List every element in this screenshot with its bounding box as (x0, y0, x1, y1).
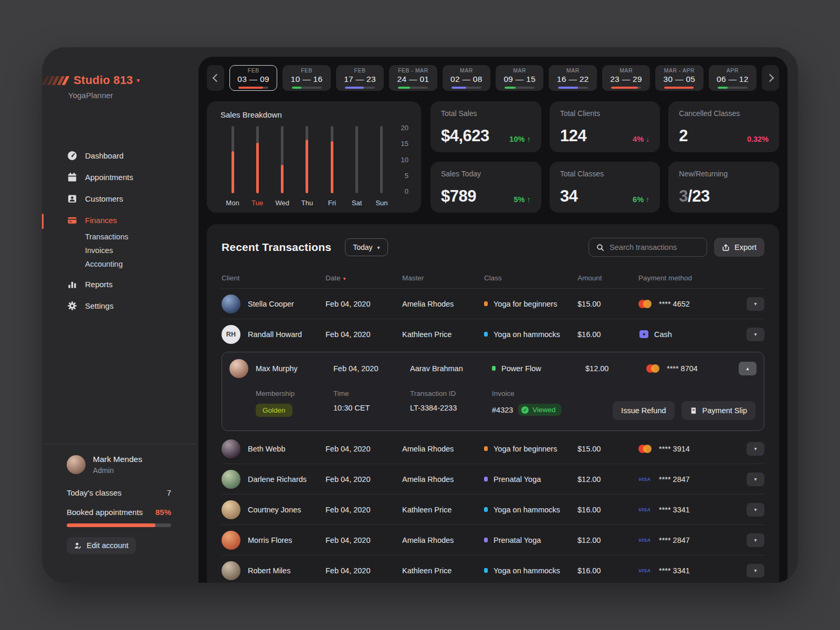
transactions-filter-dropdown[interactable]: Today ▾ (345, 238, 387, 256)
payment-method-cell: **** 8704 (646, 364, 736, 373)
tab-month: MAR - APR (664, 67, 695, 74)
chart-title: Sales Breakdown (220, 110, 408, 119)
stat-value: $789 (441, 187, 476, 206)
transaction-id-value: LT-3384-2233 (410, 404, 492, 412)
date-tab[interactable]: APR 06 — 12 (709, 65, 757, 91)
class-color-dot (484, 301, 488, 306)
membership-label: Membership (256, 390, 333, 397)
stat-card: Cancelled Classes 2 0.32% (668, 101, 779, 152)
caret-down-icon[interactable]: ▾ (747, 564, 764, 578)
issue-refund-button[interactable]: Issue Refund (613, 401, 674, 420)
column-header[interactable]: Master (402, 274, 484, 282)
sidebar-item-reports[interactable]: Reports (42, 274, 195, 295)
table-row[interactable]: Darlene Richards Feb 04, 2020 Amelia Rho… (222, 464, 764, 494)
caret-down-icon[interactable]: ▾ (747, 297, 764, 311)
table-row[interactable]: Robert Miles Feb 04, 2020 Kathleen Price… (222, 555, 764, 583)
date-tab[interactable]: MAR - APR 30 — 05 (655, 65, 703, 91)
date-tab[interactable]: MAR 09 — 15 (496, 65, 543, 91)
chevron-right-icon (765, 74, 774, 82)
class-name: Prenatal Yoga (494, 475, 541, 484)
transaction-date: Feb 04, 2020 (333, 364, 410, 373)
sidebar-item-customers[interactable]: Customers (42, 188, 195, 209)
stat-card: New/Returning 3/23 (668, 162, 779, 213)
bar-fill (306, 140, 308, 193)
caret-down-icon[interactable]: ▾ (747, 472, 764, 486)
stat-value: $4,623 (441, 127, 489, 145)
bar-fill (256, 143, 259, 193)
sidebar-item-label: Reports (85, 280, 113, 289)
table-row[interactable]: Stella Cooper Feb 04, 2020 Amelia Rhodes… (222, 288, 764, 319)
class-color-dot (484, 568, 488, 573)
booked-appointments-value: 85% (155, 508, 171, 517)
edit-account-button[interactable]: Edit account (67, 537, 136, 554)
date-tab-bar: FEB 03 — 09 FEB 10 — 16 FEB 17 — 23 (207, 65, 779, 91)
chart-bar: Fri (321, 126, 343, 207)
avatar (222, 295, 240, 313)
date-tab[interactable]: FEB 17 — 23 (336, 65, 384, 91)
content-panel: FEB 03 — 09 FEB 10 — 16 FEB 17 — 23 (198, 57, 788, 583)
caret-down-icon[interactable]: ▾ (747, 533, 764, 547)
sidebar-item-finances[interactable]: Finances (42, 209, 195, 231)
x-tick-label: Fri (328, 199, 336, 207)
nav-block: Settings (42, 295, 195, 317)
sidebar-subitem[interactable]: Transactions (85, 233, 195, 241)
table-row[interactable]: RH Randall Howard Feb 04, 2020 Kathleen … (222, 319, 764, 349)
table-row[interactable]: Beth Webb Feb 04, 2020 Amelia Rhodes Yog… (222, 434, 764, 464)
payment-icon: VISA (638, 566, 653, 575)
column-header[interactable]: Payment method (638, 274, 743, 282)
class-name: Power Flow (501, 364, 541, 373)
table-row[interactable]: Morris Flores Feb 04, 2020 Amelia Rhodes… (222, 524, 764, 555)
column-header[interactable]: Amount (578, 274, 638, 282)
table-row[interactable]: Courtney Jones Feb 04, 2020 Kathleen Pri… (222, 494, 764, 524)
bar-track (256, 126, 259, 193)
prev-week-button[interactable] (207, 65, 224, 91)
payment-slip-button[interactable]: Payment Slip (681, 401, 755, 420)
stat-delta: 10% ↑ (509, 135, 530, 145)
table-header: Client Date▾ Master Class Amount Payment… (222, 274, 764, 282)
studio-logo-icon (44, 76, 67, 85)
column-header[interactable]: Date▾ (326, 274, 402, 282)
settings-icon (67, 301, 77, 311)
date-tab[interactable]: MAR 02 — 08 (443, 65, 490, 91)
tab-month: MAR (566, 67, 580, 74)
next-week-button[interactable] (762, 65, 779, 91)
caret-down-icon[interactable]: ▾ (747, 442, 764, 456)
sidebar-nav: Dashboard Appointments Customers (42, 145, 195, 317)
column-header[interactable]: Class (484, 274, 578, 282)
column-header[interactable]: Client (222, 274, 326, 282)
date-tab[interactable]: MAR 23 — 29 (602, 65, 650, 91)
search-icon (596, 244, 604, 251)
export-button[interactable]: Export (714, 238, 764, 257)
date-tab[interactable]: FEB 10 — 16 (282, 65, 330, 91)
date-tab[interactable]: FEB 03 — 09 (229, 65, 277, 91)
delta-arrow-icon: ↑ (527, 135, 530, 143)
sidebar-item-settings[interactable]: Settings (42, 295, 195, 317)
sidebar-subitem[interactable]: Accounting (85, 260, 195, 268)
transaction-id-label: Transaction ID (410, 390, 492, 397)
date-tab[interactable]: FEB - MAR 24 — 01 (389, 65, 437, 91)
stat-label: Total Sales (441, 109, 531, 118)
sidebar-item-appointments[interactable]: Appointments (42, 166, 195, 188)
bar-fill (331, 141, 333, 193)
sidebar-item-dashboard[interactable]: Dashboard (42, 145, 195, 166)
sidebar-subitem[interactable]: Invoices (85, 246, 195, 255)
row-actions: Issue Refund Payment Slip (613, 401, 755, 420)
studio-name: Studio 813 (74, 74, 133, 87)
table-row[interactable]: Max Murphy Feb 04, 2020 Aarav Brahman Po… (222, 352, 764, 431)
customers-icon (67, 194, 77, 204)
studio-switcher[interactable]: Studio 813 ▾ (44, 74, 195, 87)
caret-down-icon[interactable]: ▾ (747, 328, 764, 341)
payment-label: **** 3341 (659, 506, 690, 514)
tab-range: 16 — 22 (557, 75, 589, 84)
search-input[interactable]: Search transactions (589, 238, 707, 257)
avatar (229, 359, 248, 378)
caret-up-icon[interactable]: ▴ (739, 362, 757, 375)
stats-grid: Total Sales $4,623 10% ↑ Total Clients 1… (430, 101, 779, 213)
client-name: Stella Cooper (248, 300, 326, 308)
x-tick-label: Sun (375, 199, 387, 207)
stat-value: 34 (560, 187, 578, 206)
caret-down-icon[interactable]: ▾ (747, 503, 764, 517)
amount: $12.00 (578, 475, 638, 484)
date-tab[interactable]: MAR 16 — 22 (549, 65, 596, 91)
transactions-table: Stella Cooper Feb 04, 2020 Amelia Rhodes… (222, 288, 764, 583)
